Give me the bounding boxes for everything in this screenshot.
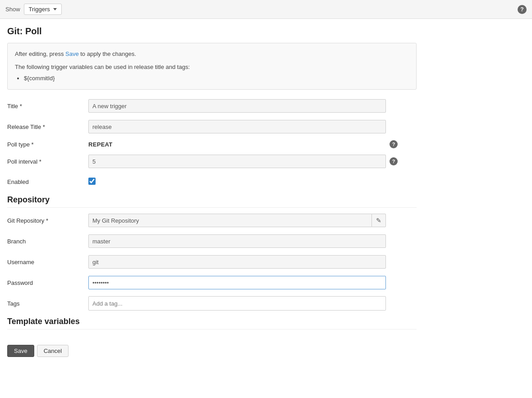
poll-interval-field: [88, 155, 386, 168]
cancel-button[interactable]: Cancel: [37, 345, 69, 357]
git-repo-field: ✎: [88, 214, 386, 227]
poll-type-field: REPEAT: [88, 141, 386, 148]
title-field: [88, 99, 386, 113]
repository-section: Repository: [7, 195, 417, 208]
enabled-checkbox[interactable]: [88, 178, 96, 185]
poll-type-value: REPEAT: [88, 141, 113, 148]
main-content: Git: Poll After editing, press Save to a…: [0, 19, 424, 364]
release-title-field: [88, 120, 386, 133]
branch-input[interactable]: [88, 234, 386, 248]
git-repo-input-group: ✎: [88, 214, 386, 227]
username-label: Username: [7, 259, 88, 265]
enabled-field: [88, 178, 386, 186]
git-repo-edit-button[interactable]: ✎: [371, 214, 386, 227]
button-row: Save Cancel: [7, 339, 417, 357]
poll-type-row: Poll type * REPEAT ?: [7, 140, 417, 148]
tags-label: Tags: [7, 300, 88, 307]
poll-interval-input[interactable]: [88, 155, 386, 168]
title-label: Title *: [7, 103, 88, 110]
info-variables: ${commitId}: [24, 74, 409, 83]
poll-type-label: Poll type *: [7, 141, 88, 148]
git-repo-row: Git Repository * ✎: [7, 213, 417, 228]
branch-label: Branch: [7, 238, 88, 245]
info-box: After editing, press Save to apply the c…: [7, 43, 417, 90]
repository-title: Repository: [7, 195, 417, 208]
title-input[interactable]: [88, 99, 386, 113]
username-field: [88, 255, 386, 269]
info-line2: The following trigger variables can be u…: [15, 63, 409, 72]
title-row: Title *: [7, 99, 417, 113]
git-repo-label: Git Repository *: [7, 217, 88, 224]
enabled-label: Enabled: [7, 178, 88, 185]
poll-interval-row: Poll interval * ?: [7, 155, 417, 168]
top-bar-left: Show Triggers: [5, 4, 62, 15]
poll-interval-label: Poll interval *: [7, 158, 88, 165]
password-field: [88, 276, 386, 289]
tags-row: Tags: [7, 296, 417, 311]
info-line1: After editing, press Save to apply the c…: [15, 50, 409, 59]
show-label: Show: [5, 6, 20, 13]
release-title-row: Release Title *: [7, 119, 417, 134]
tags-field: [88, 296, 386, 311]
info-variable: ${commitId}: [24, 74, 409, 83]
save-button[interactable]: Save: [7, 345, 34, 357]
username-input[interactable]: [88, 255, 386, 269]
release-title-input[interactable]: [88, 120, 386, 133]
password-label: Password: [7, 279, 88, 286]
branch-row: Branch: [7, 234, 417, 248]
enabled-row: Enabled: [7, 174, 417, 189]
triggers-label: Triggers: [29, 6, 50, 13]
git-repo-input[interactable]: [88, 214, 371, 227]
save-link: Save: [65, 50, 79, 57]
triggers-dropdown[interactable]: Triggers: [24, 4, 62, 15]
password-row: Password: [7, 275, 417, 290]
template-variables-title: Template variables: [7, 317, 417, 329]
top-bar: Show Triggers ?: [0, 0, 532, 19]
username-row: Username: [7, 255, 417, 269]
password-input[interactable]: [88, 276, 386, 289]
poll-type-help-icon[interactable]: ?: [390, 140, 398, 148]
help-icon-top[interactable]: ?: [518, 5, 527, 14]
poll-interval-help-icon[interactable]: ?: [390, 157, 398, 165]
page-title: Git: Poll: [7, 26, 417, 37]
edit-icon: ✎: [376, 217, 381, 224]
template-variables-section: Template variables: [7, 317, 417, 329]
tags-input[interactable]: [88, 296, 386, 311]
branch-field: [88, 234, 386, 248]
chevron-down-icon: [53, 8, 57, 10]
release-title-label: Release Title *: [7, 124, 88, 130]
